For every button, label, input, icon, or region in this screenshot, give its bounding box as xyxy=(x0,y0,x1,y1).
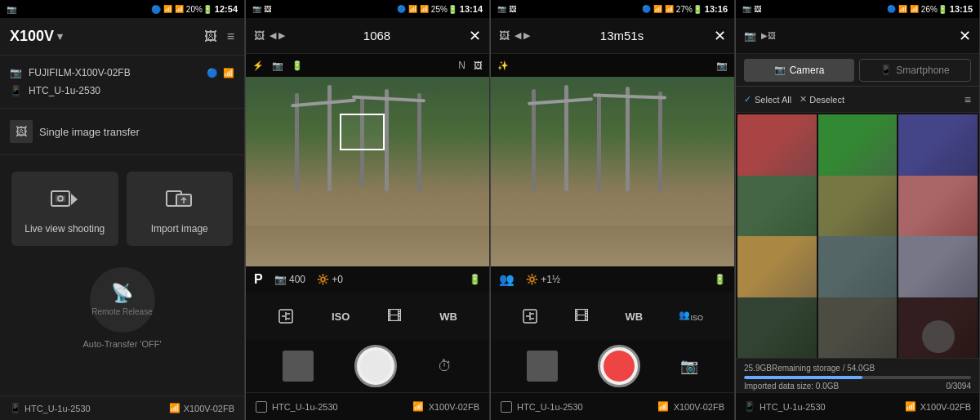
deselect-button[interactable]: ✕ Deselect xyxy=(800,94,844,105)
lv-close-button-3[interactable]: ✕ xyxy=(714,27,726,45)
tab-camera-label: Camera xyxy=(790,65,825,76)
imported-label: Imported data size: 0.0GB xyxy=(744,382,839,391)
camera-capture-icon[interactable]: 📷 xyxy=(680,357,698,375)
photo-grid xyxy=(736,113,979,358)
lv-top-bar-3: ✨ 📷 xyxy=(491,54,734,77)
camera-status-icon: 📷 xyxy=(7,5,16,14)
lv-footer-right: 📶 X100V-02FB xyxy=(412,401,479,412)
exposure-ctrl[interactable] xyxy=(278,308,294,324)
storage-bar: 25.9GBRemaining storage / 54.0GB Importe… xyxy=(736,358,979,392)
import-footer: 📱 HTC_U-1u-2530 📶 X100V-02FB xyxy=(736,392,979,420)
check-icon: ✓ xyxy=(744,94,751,105)
lv-checkbox[interactable] xyxy=(256,401,267,413)
footer-wifi-name: X100V-02FB xyxy=(184,404,234,413)
home-header: X100V ▾ 🖼 ≡ xyxy=(0,18,244,56)
single-image-transfer[interactable]: 🖼 Single image transfer xyxy=(0,109,244,155)
time-text: 12:54 xyxy=(215,4,238,14)
iso-label: ISO xyxy=(332,311,350,323)
wifi-icon-4: 📶 xyxy=(910,5,919,13)
panel-liveview-photo: 📷 🖼 🔵 📶 📶 25%🔋 13:14 🖼 ◀ ▶ 1068 ✕ ⚡ 📷 🔋 … xyxy=(245,0,490,420)
lv-wifi-icon: 📶 xyxy=(412,401,424,412)
import-footer-wifi-icon: 📶 xyxy=(905,401,916,412)
view-toggle-button[interactable]: ≡ xyxy=(964,93,971,106)
remote-release-button[interactable]: 📡 Remote Release xyxy=(90,267,155,333)
device-bt-icon: 🔵 xyxy=(207,68,218,78)
bt-icon-4: 🔵 xyxy=(887,5,896,13)
lv-viewfinder-3 xyxy=(491,77,734,266)
signal-icon: 📶 xyxy=(163,5,172,13)
status-left-3: 📷 🖼 xyxy=(497,5,516,13)
grid-item-10[interactable] xyxy=(737,297,817,359)
lv-thumbnail xyxy=(283,351,314,382)
device-phone-name: HTC_U-1u-2530 xyxy=(29,85,234,96)
lv-controls: ISO 🎞 WB xyxy=(246,293,489,340)
wb-ctrl-3[interactable]: WB xyxy=(626,311,644,323)
filmmode-ctrl-3[interactable]: 🎞 xyxy=(574,308,589,325)
film-icon: 🎞 xyxy=(387,308,402,325)
menu-icon[interactable]: ≡ xyxy=(227,29,234,44)
device-phone[interactable]: 📱 HTC_U-1u-2530 xyxy=(10,82,234,100)
lv-camera-name-3: X100V-02FB xyxy=(674,402,724,412)
device-camera[interactable]: 📷 FUJIFILM-X100V-02FB 🔵 📶 xyxy=(10,64,234,82)
lv-controls-3: 🎞 WB 👥ISO xyxy=(491,293,734,340)
gallery-icon-2: 🖼 xyxy=(264,5,271,13)
signal-icon-3: 📶 xyxy=(653,5,662,13)
wb-ctrl[interactable]: WB xyxy=(439,311,457,323)
import-transfer-icon: ▶🖼 xyxy=(761,31,776,40)
auto-transfer-text: Auto-Transfer 'OFF' xyxy=(82,339,161,349)
shutter-button[interactable] xyxy=(354,345,397,387)
select-all-button[interactable]: ✓ Select All xyxy=(744,94,791,105)
import-header: 📷 ▶🖼 ✕ xyxy=(736,18,979,54)
filmmode-ctrl[interactable]: 🎞 xyxy=(387,308,402,325)
import-footer-wifi: X100V-02FB xyxy=(920,402,971,412)
exposure-ctrl-3[interactable] xyxy=(522,308,538,324)
title-text: X100V xyxy=(10,28,54,45)
tab-smartphone-icon: 📱 xyxy=(880,65,892,75)
bt-icon: 🔵 xyxy=(151,5,161,14)
import-close-button[interactable]: ✕ xyxy=(959,27,971,45)
lv-bottom-bar-3: 👥 🔆 +1½ 🔋 xyxy=(491,266,734,293)
lv-footer-right-3: 📶 X100V-02FB xyxy=(657,401,724,412)
deselect-label: Deselect xyxy=(809,95,844,105)
status-right-1: 🔵 📶 📶 20%🔋 12:54 xyxy=(151,4,238,14)
gallery-icon[interactable]: 🖼 xyxy=(204,29,217,44)
lv-scene-3 xyxy=(491,77,734,266)
lv-checkbox-3[interactable] xyxy=(501,401,512,413)
gallery-icon-4: 🖼 xyxy=(754,5,761,13)
import-image-button[interactable]: Import image xyxy=(127,172,234,246)
lv-nav-icon-3: ◀ ▶ xyxy=(514,30,530,41)
dropdown-icon[interactable]: ▾ xyxy=(57,30,63,42)
storage-track xyxy=(744,376,971,379)
lv-nav-icon: ◀ ▶ xyxy=(270,30,285,41)
storage-text: 25.9GBRemaining storage / 54.0GB xyxy=(744,364,971,373)
device-camera-name: FUJIFILM-X100V-02FB xyxy=(29,67,200,78)
shutter-inner xyxy=(360,351,391,382)
tab-smartphone-label: Smartphone xyxy=(896,65,949,76)
grid-item-11[interactable] xyxy=(818,297,898,359)
footer-device: 📱 HTC_U-1u-2530 xyxy=(10,403,91,413)
time-text-4: 13:15 xyxy=(950,4,973,14)
wifi-icon: 📶 xyxy=(175,5,184,13)
tab-smartphone[interactable]: 📱 Smartphone xyxy=(859,59,971,82)
record-button[interactable] xyxy=(598,345,640,387)
iso-label-3: 👥ISO xyxy=(679,310,703,322)
home-footer: 📱 HTC_U-1u-2530 📶 X100V-02FB xyxy=(0,395,244,420)
transfer-label: Single image transfer xyxy=(39,126,140,138)
status-bar-2: 📷 🖼 🔵 📶 📶 25%🔋 13:14 xyxy=(246,0,489,18)
lv-close-button[interactable]: ✕ xyxy=(469,27,481,45)
live-view-button[interactable]: Live view shooting xyxy=(11,172,118,246)
battery-text: 20%🔋 xyxy=(186,5,212,14)
battery-indicator: 🔋 xyxy=(469,274,481,285)
timer-icon[interactable]: ⏱ xyxy=(438,358,452,375)
signal-icon-2: 📶 xyxy=(408,5,417,13)
import-label: Import image xyxy=(151,223,208,236)
iso-ctrl[interactable]: ISO xyxy=(332,311,350,323)
status-bar-1: 📷 🔵 📶 📶 20%🔋 12:54 xyxy=(0,0,244,18)
lv-top-label: N xyxy=(458,60,466,71)
grid-item-12[interactable] xyxy=(898,297,978,359)
status-left-2: 📷 🖼 xyxy=(252,5,271,13)
tab-camera[interactable]: 📷 Camera xyxy=(744,59,854,82)
lv-camera-name: X100V-02FB xyxy=(429,402,479,412)
iso-ctrl-3[interactable]: 👥ISO xyxy=(679,310,703,322)
storage-fill xyxy=(744,376,862,379)
